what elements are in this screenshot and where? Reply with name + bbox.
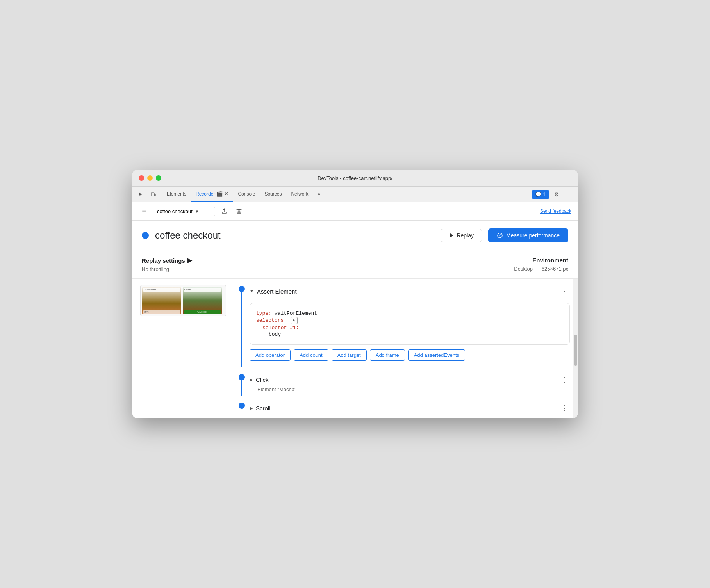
step-3-chevron-right: ▶ (250, 406, 253, 411)
tab-recorder[interactable]: Recorder 🎬 ✕ (191, 187, 233, 202)
timeline-dot-3 (239, 403, 245, 409)
code-type-line: type: waitForElement (256, 310, 563, 316)
step-1-header: ▼ Assert Element ⋮ (250, 282, 570, 300)
timeline-steps: ▼ Assert Element ⋮ type: waitForElement (234, 279, 573, 418)
timeline-col-1 (234, 279, 250, 367)
cursor-icon[interactable] (136, 189, 146, 200)
svg-marker-2 (450, 233, 453, 237)
tab-network[interactable]: Network (286, 187, 313, 202)
right-icons: 💬 1 ⚙ ⋮ (532, 189, 574, 200)
feedback-badge-button[interactable]: 💬 1 (532, 190, 549, 199)
code-selectors-line: selectors: (256, 317, 563, 324)
step-3-name: Scroll (256, 405, 271, 412)
environment-value: Desktop | 625×671 px (514, 266, 568, 272)
add-count-button[interactable]: Add count (294, 349, 328, 361)
step-1-name: Assert Element (257, 288, 297, 295)
settings-row: Replay settings ▶ No throttling Environm… (132, 249, 578, 279)
add-target-button[interactable]: Add target (332, 349, 367, 361)
step-1-chevron-down: ▼ (250, 289, 254, 294)
environment-label: Environment (514, 257, 568, 264)
replay-settings: Replay settings ▶ No throttling (142, 257, 514, 272)
minimize-button[interactable] (147, 175, 153, 181)
settings-icon[interactable]: ⚙ (551, 189, 562, 200)
delete-button[interactable] (233, 205, 245, 217)
recording-status-dot (142, 232, 149, 239)
add-operator-button[interactable]: Add operator (250, 349, 291, 361)
selector-cursor-icon (291, 317, 298, 324)
step-scroll: ▶ Scroll ⋮ (234, 396, 570, 418)
traffic-lights (139, 175, 161, 181)
send-feedback-link[interactable]: Send feedback (540, 208, 571, 214)
scrollbar-track[interactable] (573, 279, 578, 418)
replay-settings-toggle[interactable]: Replay settings ▶ (142, 257, 514, 264)
step-2-toggle[interactable]: ▶ Click (250, 376, 269, 383)
steps-area: Cappuccino $4.75 Mocha Total: $0.00 (132, 279, 578, 418)
step-3-content: ▶ Scroll ⋮ (250, 396, 570, 418)
window-title: DevTools - coffee-cart.netlify.app/ (318, 175, 392, 181)
export-button[interactable] (218, 205, 230, 217)
replay-button[interactable]: Replay (441, 229, 482, 242)
left-icons (136, 189, 159, 200)
tab-elements[interactable]: Elements (162, 187, 191, 202)
tab-more[interactable]: » (313, 187, 325, 202)
timeline-dot-1 (239, 286, 245, 292)
device-toggle-icon[interactable] (148, 189, 159, 200)
tab-console[interactable]: Console (233, 187, 260, 202)
recording-title: coffee checkout (155, 230, 434, 241)
timeline-dot-2 (239, 374, 245, 380)
more-menu-icon[interactable]: ⋮ (564, 189, 574, 200)
timeline-line-1 (241, 292, 242, 367)
step-2-header: ▶ Click ⋮ (250, 370, 570, 387)
devtools-tabs: Elements Recorder 🎬 ✕ Console Sources Ne… (132, 187, 578, 202)
svg-rect-1 (154, 194, 156, 196)
devtools-window: DevTools - coffee-cart.netlify.app/ Elem… (132, 170, 578, 418)
step-2-subtitle: Element "Mocha" (250, 387, 570, 392)
measure-performance-button[interactable]: Measure performance (488, 228, 568, 242)
timeline-line-2 (241, 380, 242, 396)
step-1-toggle[interactable]: ▼ Assert Element (250, 288, 297, 295)
step-2-menu-button[interactable]: ⋮ (559, 374, 570, 385)
step-assert-element: ▼ Assert Element ⋮ type: waitForElement (234, 279, 570, 367)
step-1-content: ▼ Assert Element ⋮ type: waitForElement (250, 279, 570, 367)
tab-sources[interactable]: Sources (260, 187, 286, 202)
settings-arrow-icon: ▶ (187, 257, 192, 264)
timeline-col-3 (234, 396, 250, 418)
step-2-name: Click (256, 376, 269, 383)
recording-header: coffee checkout Replay Measure performan… (132, 221, 578, 249)
step-click: ▶ Click ⋮ Element "Mocha" (234, 367, 570, 396)
step-1-code-block: type: waitForElement selectors: select (250, 303, 570, 345)
add-asserted-events-button[interactable]: Add assertedEvents (408, 349, 465, 361)
code-body-line: body (256, 331, 563, 337)
code-selector1-line: selector #1: (256, 325, 563, 331)
step-3-menu-button[interactable]: ⋮ (559, 403, 570, 413)
step-thumbnail-panel: Cappuccino $4.75 Mocha Total: $0.00 (132, 279, 234, 418)
title-bar: DevTools - coffee-cart.netlify.app/ (132, 170, 578, 187)
recording-selector[interactable]: coffee checkout ▾ (153, 207, 215, 216)
chat-icon: 💬 (535, 192, 541, 197)
scrollbar-thumb[interactable] (574, 335, 577, 366)
add-frame-button[interactable]: Add frame (370, 349, 405, 361)
main-content: coffee checkout Replay Measure performan… (132, 221, 578, 418)
add-recording-button[interactable]: + (139, 206, 150, 217)
step-2-content: ▶ Click ⋮ Element "Mocha" (250, 367, 570, 396)
close-button[interactable] (139, 175, 144, 181)
step-3-header: ▶ Scroll ⋮ (250, 399, 570, 415)
throttling-value: No throttling (142, 266, 514, 272)
step-1-menu-button[interactable]: ⋮ (559, 286, 570, 297)
recorder-toolbar: + coffee checkout ▾ Send feedback (132, 202, 578, 221)
step-1-action-buttons: Add operator Add count Add target Add fr… (250, 349, 570, 361)
step-2-chevron-right: ▶ (250, 377, 253, 382)
step-3-toggle[interactable]: ▶ Scroll (250, 405, 271, 412)
maximize-button[interactable] (156, 175, 161, 181)
environment-info: Environment Desktop | 625×671 px (514, 257, 568, 272)
timeline-col-2 (234, 367, 250, 396)
svg-rect-0 (151, 193, 154, 196)
dropdown-arrow-icon: ▾ (196, 208, 198, 214)
